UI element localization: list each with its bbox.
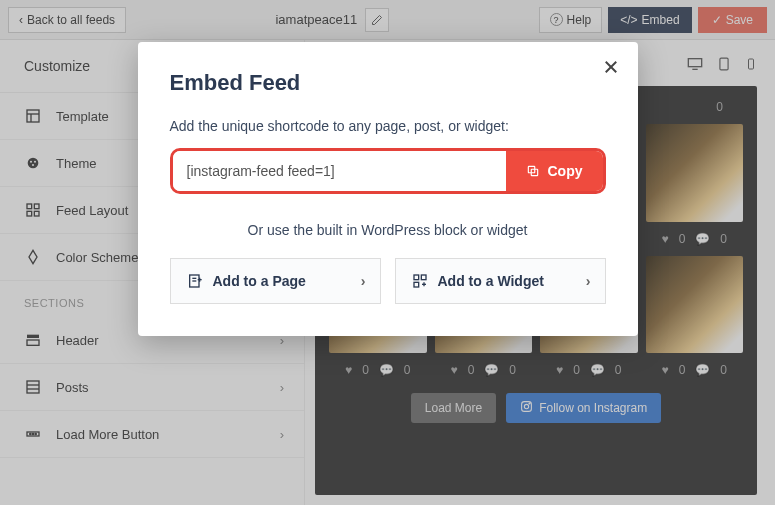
svg-rect-36 <box>414 275 419 280</box>
or-text: Or use the built in WordPress block or w… <box>170 222 606 238</box>
svg-rect-37 <box>421 275 426 280</box>
add-to-widget-button[interactable]: Add to a Widget › <box>395 258 606 304</box>
add-page-label: Add to a Page <box>213 273 306 289</box>
addto-row: Add to a Page › Add to a Widget › <box>170 258 606 304</box>
add-widget-label: Add to a Widget <box>438 273 544 289</box>
add-to-page-button[interactable]: Add to a Page › <box>170 258 381 304</box>
shortcode-input[interactable] <box>173 151 506 191</box>
svg-rect-38 <box>414 282 419 287</box>
chevron-right-icon: › <box>586 273 591 289</box>
modal-title: Embed Feed <box>170 70 606 96</box>
modal-subtitle: Add the unique shortcode to any page, po… <box>170 118 606 134</box>
close-icon <box>602 58 620 76</box>
widget-icon <box>412 273 428 289</box>
page-icon <box>187 273 203 289</box>
copy-label: Copy <box>548 163 583 179</box>
chevron-right-icon: › <box>361 273 366 289</box>
shortcode-row: Copy <box>170 148 606 194</box>
close-button[interactable] <box>602 58 620 80</box>
modal-overlay[interactable]: Embed Feed Add the unique shortcode to a… <box>0 0 775 505</box>
embed-modal: Embed Feed Add the unique shortcode to a… <box>138 42 638 336</box>
copy-button[interactable]: Copy <box>506 151 603 191</box>
copy-icon <box>526 164 540 178</box>
